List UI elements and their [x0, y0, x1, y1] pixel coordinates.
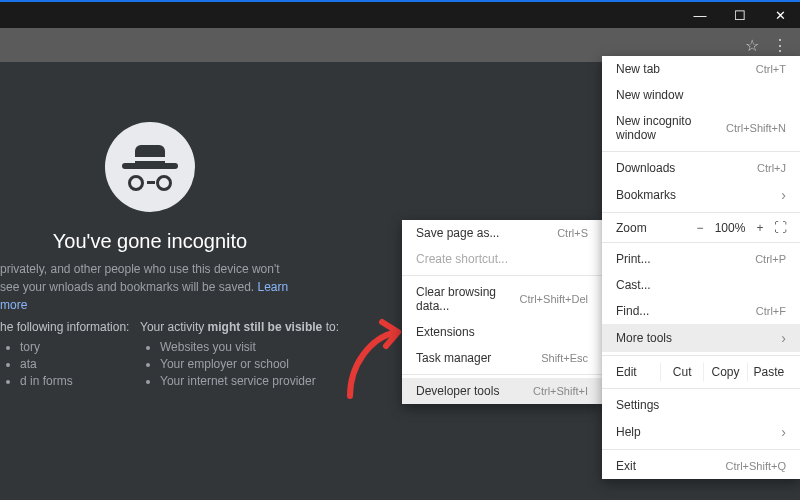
copy-button[interactable]: Copy	[703, 363, 746, 381]
annotation-arrow-icon	[340, 310, 410, 400]
right-item: Your internet service provider	[160, 374, 340, 388]
right-item: Websites you visit	[160, 340, 340, 354]
menu-separator	[602, 388, 800, 389]
menu-item-new-incognito[interactable]: New incognito windowCtrl+Shift+N	[602, 108, 800, 148]
zoom-value: 100%	[710, 221, 750, 235]
right-column-head: Your activity might still be visible to:	[140, 320, 340, 334]
menu-separator	[602, 242, 800, 243]
menu-item-new-tab[interactable]: New tabCtrl+T	[602, 56, 800, 82]
menu-item-exit[interactable]: ExitCtrl+Shift+Q	[602, 453, 800, 479]
menu-item-downloads[interactable]: DownloadsCtrl+J	[602, 155, 800, 181]
menu-separator	[602, 212, 800, 213]
cut-button[interactable]: Cut	[660, 363, 703, 381]
menu-separator	[602, 151, 800, 152]
menu-item-help[interactable]: Help	[602, 418, 800, 446]
paste-button[interactable]: Paste	[747, 363, 790, 381]
left-column: he following information: tory ata d in …	[0, 320, 140, 391]
menu-kebab-icon[interactable]: ⋮	[766, 31, 794, 59]
zoom-label: Zoom	[616, 221, 690, 235]
right-item: Your employer or school	[160, 357, 340, 371]
menu-item-bookmarks[interactable]: Bookmarks	[602, 181, 800, 209]
left-item: ata	[20, 357, 140, 371]
more-tools-submenu: Save page as...Ctrl+S Create shortcut...…	[402, 220, 602, 404]
edit-label: Edit	[616, 365, 660, 379]
bookmark-star-icon[interactable]: ☆	[738, 31, 766, 59]
menu-item-clear-browsing-data[interactable]: Clear browsing data...Ctrl+Shift+Del	[402, 279, 602, 319]
menu-item-task-manager[interactable]: Task managerShift+Esc	[402, 345, 602, 371]
maximize-button[interactable]: ☐	[720, 2, 760, 28]
close-button[interactable]: ✕	[760, 2, 800, 28]
menu-item-print[interactable]: Print...Ctrl+P	[602, 246, 800, 272]
menu-separator	[402, 374, 602, 375]
menu-item-find[interactable]: Find...Ctrl+F	[602, 298, 800, 324]
window-titlebar: — ☐ ✕	[0, 0, 800, 28]
menu-item-new-window[interactable]: New window	[602, 82, 800, 108]
menu-item-developer-tools[interactable]: Developer toolsCtrl+Shift+I	[402, 378, 602, 404]
menu-item-settings[interactable]: Settings	[602, 392, 800, 418]
menu-item-more-tools[interactable]: More tools	[602, 324, 800, 352]
right-column: Your activity might still be visible to:…	[140, 320, 340, 391]
body-text-fragment: privately, and other people who use this…	[0, 262, 280, 294]
content-area: You've gone incognito privately, and oth…	[0, 62, 800, 500]
info-columns: he following information: tory ata d in …	[0, 320, 340, 391]
menu-separator	[402, 275, 602, 276]
zoom-out-button[interactable]: −	[690, 221, 710, 235]
menu-separator	[602, 355, 800, 356]
menu-item-create-shortcut: Create shortcut...	[402, 246, 602, 272]
menu-item-edit: Edit Cut Copy Paste	[602, 359, 800, 385]
menu-item-zoom: Zoom − 100% + ⛶	[602, 216, 800, 239]
incognito-icon	[105, 122, 195, 212]
minimize-button[interactable]: —	[680, 2, 720, 28]
menu-item-cast[interactable]: Cast...	[602, 272, 800, 298]
chrome-main-menu: New tabCtrl+T New window New incognito w…	[602, 56, 800, 479]
menu-item-save-page-as[interactable]: Save page as...Ctrl+S	[402, 220, 602, 246]
zoom-in-button[interactable]: +	[750, 221, 770, 235]
menu-item-extensions[interactable]: Extensions	[402, 319, 602, 345]
left-column-head: he following information:	[0, 320, 140, 334]
fullscreen-icon[interactable]: ⛶	[770, 220, 790, 235]
incognito-hero: You've gone incognito	[0, 122, 300, 253]
left-item: d in forms	[20, 374, 140, 388]
page-heading: You've gone incognito	[53, 230, 247, 253]
incognito-body: privately, and other people who use this…	[0, 260, 300, 314]
menu-separator	[602, 449, 800, 450]
left-item: tory	[20, 340, 140, 354]
